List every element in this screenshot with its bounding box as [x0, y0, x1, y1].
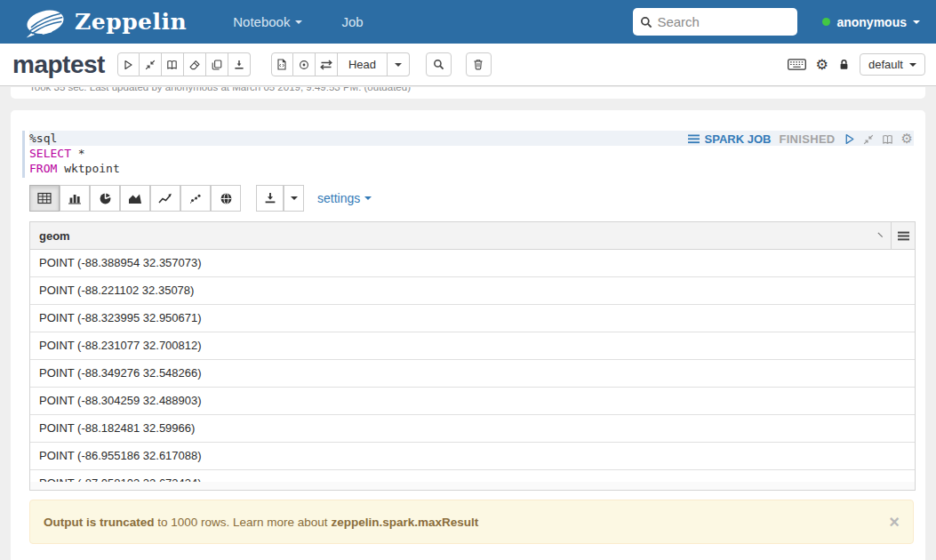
note-toolbar: maptest	[0, 44, 936, 86]
paragraph-panel: %sql SELECT * FROM wktpoint SPARK JOB FI…	[11, 110, 925, 560]
note-action-group	[117, 52, 251, 76]
bar-chart-display-button[interactable]	[60, 185, 90, 212]
truncation-warning: Output is truncated to 1000 rows. Learn …	[29, 500, 914, 544]
horizontal-scrollbar[interactable]	[30, 482, 915, 490]
zeppelin-brand[interactable]: Zeppelin	[21, 6, 187, 38]
show-editor-button[interactable]	[882, 134, 893, 145]
table-row: POINT (-87.058103 32.673434)	[30, 470, 915, 482]
bar-chart-icon	[68, 192, 82, 204]
nav-job-label: Job	[341, 14, 363, 29]
table-row: POINT (-88.388954 32.357073)	[30, 250, 915, 277]
table-icon	[37, 192, 52, 204]
interpreter-settings-icon[interactable]: ⚙	[816, 58, 828, 72]
user-name: anonymous	[836, 15, 907, 29]
user-menu[interactable]: anonymous	[822, 15, 920, 29]
pie-chart-icon	[99, 192, 112, 205]
search-icon	[640, 16, 652, 28]
play-icon	[123, 60, 133, 70]
column-header-geom[interactable]: geom	[30, 222, 891, 249]
play-icon	[844, 133, 855, 145]
code-line: FROM wktpoint	[29, 161, 914, 176]
job-state-badge: FINISHED	[779, 132, 835, 146]
line-chart-display-button[interactable]	[150, 185, 180, 212]
book-icon	[882, 134, 893, 145]
keyboard-shortcuts-icon[interactable]	[788, 59, 806, 70]
table-header-row: geom	[30, 222, 915, 250]
export-note-button[interactable]	[228, 52, 251, 76]
download-icon	[234, 60, 244, 70]
line-chart-icon	[158, 192, 172, 204]
chevron-down-icon	[909, 63, 916, 67]
column-header-label: geom	[39, 229, 70, 243]
book-icon	[166, 60, 178, 70]
revision-caret-button[interactable]	[388, 52, 410, 76]
collapse-paragraph-button[interactable]	[863, 134, 874, 145]
version-control-button[interactable]	[271, 52, 293, 76]
globe-icon	[220, 192, 233, 205]
shrink-icon	[863, 134, 874, 145]
settings-toggle[interactable]: settings	[317, 191, 372, 205]
download-group	[256, 185, 304, 212]
close-icon[interactable]: ×	[889, 513, 900, 531]
nav-job[interactable]: Job	[341, 14, 363, 29]
collapse-button[interactable]	[140, 52, 162, 76]
column-menu-caret-icon[interactable]	[877, 232, 884, 238]
search-input[interactable]	[657, 14, 781, 29]
run-all-button[interactable]	[117, 52, 140, 76]
area-chart-display-button[interactable]	[120, 185, 150, 212]
show-hide-output-button[interactable]	[162, 52, 184, 76]
spark-job-label: SPARK JOB	[705, 132, 772, 146]
grid-menu-button[interactable]	[891, 222, 915, 249]
display-type-bar: settings	[29, 185, 372, 212]
clear-output-button[interactable]	[184, 52, 206, 76]
search-code-button[interactable]	[426, 52, 452, 76]
set-revision-button[interactable]	[293, 52, 316, 76]
table-row: POINT (-88.323995 32.950671)	[30, 305, 915, 332]
table-row: POINT (-88.231077 32.700812)	[30, 332, 915, 360]
area-chart-icon	[128, 192, 142, 204]
paragraph-info-line: Took 35 sec. Last updated by anonymous a…	[29, 87, 411, 92]
table-row: POINT (-88.182481 32.59966)	[30, 415, 915, 443]
clone-note-button[interactable]	[206, 52, 228, 76]
chevron-down-icon	[395, 63, 402, 67]
warning-property-name: zeppelin.spark.maxResult	[331, 516, 478, 529]
navbar-search-box	[633, 8, 797, 36]
map-display-button[interactable]	[211, 185, 241, 212]
download-icon	[264, 192, 276, 204]
nav-notebook[interactable]: Notebook	[233, 14, 302, 29]
interpreter-binding-button[interactable]: default	[860, 53, 925, 76]
code-line: SELECT *	[29, 146, 914, 161]
previous-paragraph-panel: Took 35 sec. Last updated by anonymous a…	[11, 87, 925, 99]
chevron-down-icon	[295, 20, 302, 24]
editor-focus-bar	[22, 131, 25, 178]
warning-bold-lead: Output is truncated	[44, 516, 155, 529]
lock-icon[interactable]	[838, 59, 850, 70]
download-data-button[interactable]	[256, 185, 284, 212]
run-paragraph-button[interactable]	[844, 133, 855, 145]
zeppelin-logo-icon	[21, 6, 68, 38]
revision-selector[interactable]: Head	[338, 52, 388, 76]
table-row: POINT (-88.349276 32.548266)	[30, 360, 915, 388]
eraser-icon	[189, 60, 200, 70]
note-title[interactable]: maptest	[12, 51, 105, 79]
compare-revisions-button[interactable]	[316, 52, 338, 76]
warning-middle: to 1000 rows. Learn more about	[155, 516, 332, 529]
scatter-chart-display-button[interactable]	[180, 185, 211, 212]
table-display-button[interactable]	[29, 185, 60, 212]
brand-title: Zeppelin	[75, 9, 187, 35]
spark-job-link[interactable]: SPARK JOB	[688, 132, 772, 146]
result-table: geom POINT (-88.388954 32.357073)POINT (…	[29, 221, 916, 491]
file-code-icon	[276, 59, 287, 70]
download-caret-button[interactable]	[284, 185, 304, 212]
top-navbar: Zeppelin Notebook Job anonymous	[0, 0, 936, 44]
remove-note-button[interactable]	[466, 52, 492, 76]
table-body[interactable]: POINT (-88.388954 32.357073)POINT (-88.2…	[30, 250, 915, 482]
paragraph-settings-icon[interactable]: ⚙	[901, 132, 913, 146]
chevron-down-icon	[291, 196, 298, 200]
pie-chart-display-button[interactable]	[90, 185, 120, 212]
settings-label: settings	[317, 191, 360, 205]
clone-icon	[212, 60, 222, 70]
note-toolbar-right: ⚙ default	[788, 53, 925, 76]
hamburger-menu-icon	[897, 231, 910, 241]
revision-group: Head	[271, 52, 410, 76]
